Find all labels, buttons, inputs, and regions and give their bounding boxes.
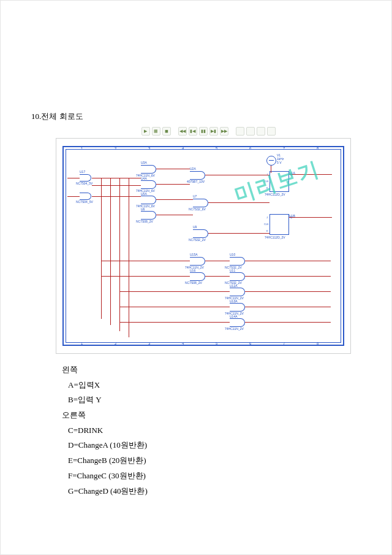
fast-fwd-button[interactable]: ▶▶ bbox=[220, 127, 228, 136]
legend-item-d: D=ChangeA (10원반환) bbox=[62, 438, 361, 453]
stop-button[interactable]: ◼ bbox=[162, 127, 171, 136]
pause-button[interactable]: ▮▮ bbox=[199, 127, 208, 136]
v1-volt: 5 V bbox=[277, 161, 282, 164]
u1a-type: 74HC112D_2V bbox=[265, 193, 285, 196]
gate-u2a[interactable] bbox=[190, 171, 205, 180]
u16-ref: U16 bbox=[190, 269, 195, 272]
u13a-ref: U13A bbox=[230, 299, 238, 303]
u5a-ref: U5A bbox=[141, 192, 147, 196]
step-back-button[interactable]: ▮◀ bbox=[189, 127, 197, 136]
grid-button[interactable]: ▦ bbox=[152, 127, 160, 136]
gate-u9[interactable] bbox=[193, 229, 208, 238]
tool-button-1[interactable] bbox=[236, 127, 244, 136]
legend-item-a: A=입력X bbox=[62, 378, 361, 393]
u2a-ref: U2A bbox=[190, 167, 196, 170]
step-fwd-button[interactable]: ▶▮ bbox=[209, 127, 218, 136]
voltage-source-v1[interactable] bbox=[266, 156, 276, 166]
gate-u14a[interactable] bbox=[230, 318, 245, 327]
u9-type: NC7S32_2V bbox=[189, 238, 206, 242]
legend-item-b: B=입력 Y bbox=[62, 392, 361, 408]
flipflop-u1a[interactable]: J CLK K Q bbox=[270, 171, 289, 192]
u14a-ref: U14A bbox=[230, 315, 238, 318]
u2a-type: 4075BT_10V bbox=[187, 180, 205, 183]
sim-toolbar: ▶ ▦ ◼ ◀◀ ▮◀ ▮▮ ▶▮ ▶▶ bbox=[56, 127, 361, 136]
u1b-type: 74HC112D_2V bbox=[265, 235, 285, 239]
legend-left-label: 왼쪽 bbox=[62, 362, 361, 378]
play-button[interactable]: ▶ bbox=[141, 127, 150, 136]
u4a-ref: U4A bbox=[141, 177, 147, 180]
gate-u11[interactable] bbox=[230, 272, 245, 281]
gate-u3a[interactable] bbox=[141, 165, 156, 174]
rewind-button[interactable]: ◀◀ bbox=[178, 127, 187, 136]
legend-item-f: F=ChangeC (30원반환) bbox=[62, 469, 361, 484]
schematic-viewport[interactable]: 1 2 3 4 5 6 7 8 1 2 3 4 5 6 7 8 V1 1kHz … bbox=[56, 138, 351, 354]
legend-right-label: 오른쪽 bbox=[62, 408, 361, 423]
u6-type: NC7S08_2V bbox=[136, 220, 153, 223]
schematic-canvas: V1 1kHz 5 V U17 NC7504_5V NC7S04_5V U3A … bbox=[67, 150, 339, 342]
u17-type: NC7504_5V bbox=[76, 182, 92, 185]
section-title: 10.전체 회로도 bbox=[31, 111, 361, 122]
legend-item-c: C=DRINK bbox=[62, 423, 361, 438]
u3a-ref: U3A bbox=[141, 161, 147, 164]
gate-u12a[interactable] bbox=[230, 288, 245, 296]
section-number: 10. bbox=[31, 112, 41, 121]
gate-u18[interactable] bbox=[80, 193, 91, 200]
gate-u4a[interactable] bbox=[141, 180, 156, 189]
legend-item-e: E=ChangeB (20원반환) bbox=[62, 453, 361, 469]
gate-u15a[interactable] bbox=[190, 257, 205, 266]
u17-ref: U17 bbox=[80, 170, 85, 174]
u7-type: NC7S32_6V bbox=[189, 207, 206, 211]
gate-u7[interactable] bbox=[193, 199, 208, 207]
u7-ref: U7 bbox=[193, 194, 197, 198]
gate-u17[interactable] bbox=[80, 174, 91, 182]
gate-u13a[interactable] bbox=[230, 303, 245, 312]
tool-button-2[interactable] bbox=[246, 127, 255, 136]
u11-ref: U11 bbox=[230, 269, 235, 272]
legend-item-g: G=ChangeD (40원반환) bbox=[62, 484, 361, 499]
u6-ref: U6 bbox=[141, 207, 145, 211]
gate-u5a[interactable] bbox=[141, 196, 156, 204]
u9-ref: U9 bbox=[193, 225, 197, 229]
u10-ref: U10 bbox=[230, 253, 235, 256]
u16-type: NC7S08_2V bbox=[185, 281, 202, 285]
gate-u16[interactable] bbox=[190, 272, 205, 281]
u12a-ref: U12A bbox=[230, 284, 238, 288]
u14a-type: 74HC11N_2V bbox=[225, 327, 244, 331]
gate-u10[interactable] bbox=[230, 257, 245, 266]
flipflop-u1b[interactable]: J CLK K Q bbox=[270, 214, 289, 235]
tool-button-3[interactable] bbox=[257, 127, 265, 136]
gate-u6[interactable] bbox=[141, 211, 156, 220]
legend: 왼쪽 A=입력X B=입력 Y 오른쪽 C=DRINK D=ChangeA (1… bbox=[62, 362, 361, 499]
u18-type: NC7S04_5V bbox=[76, 200, 93, 204]
u5a-type: 74HC11N_6V bbox=[136, 204, 155, 208]
section-title-text: 전체 회로도 bbox=[41, 112, 83, 121]
tool-button-4[interactable] bbox=[267, 127, 276, 136]
u15a-ref: U15A bbox=[190, 253, 198, 256]
